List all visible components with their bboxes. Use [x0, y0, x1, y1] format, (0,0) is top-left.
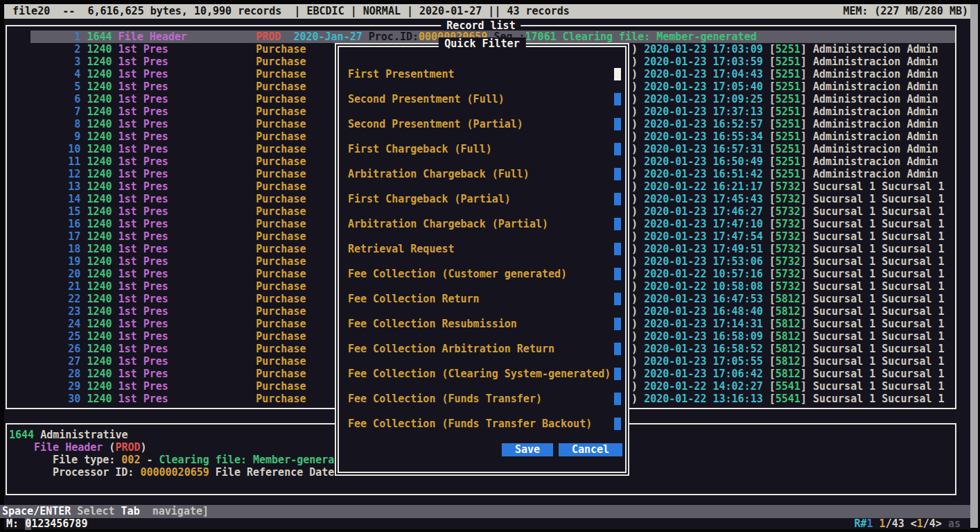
dialog-inner-border [338, 46, 627, 473]
filter-option[interactable]: Fee Collection Return [348, 293, 622, 305]
row-number: 15 [6, 205, 80, 218]
row-paren: ) [631, 355, 638, 368]
row-mti: 1644 [87, 31, 112, 43]
row-merchant-name: Sucursal 1 Sucursal 1 [813, 255, 945, 268]
filter-option-label: Arbitration Chargeback (Full) [348, 168, 530, 180]
mcc-bracket-close: ] [800, 355, 807, 368]
marker-cursor[interactable]: 0 [25, 517, 31, 530]
mcc-bracket-close: ] [800, 318, 807, 330]
mode-indicator: as [948, 517, 961, 530]
filter-option[interactable]: Fee Collection (Funds Transfer Backout) [348, 418, 622, 430]
filter-toggle-indicator[interactable] [614, 93, 621, 105]
filter-toggle-indicator[interactable] [614, 293, 621, 305]
filter-option[interactable]: Fee Collection (Customer generated) [348, 268, 622, 280]
filter-toggle-indicator[interactable] [614, 68, 621, 80]
mcc-bracket-close: ] [800, 293, 807, 305]
row-function: Purchase [256, 205, 306, 218]
filter-option[interactable]: Arbitration Chargeback (Partial) [348, 218, 622, 230]
row-datetime: 2020-01-23 16:51:42 [644, 168, 763, 180]
mcc-bracket-open: [ [769, 143, 776, 155]
save-button[interactable]: Save [502, 443, 553, 456]
row-merchant-name: Sucursal 1 Sucursal 1 [813, 230, 945, 243]
filter-toggle-indicator[interactable] [614, 318, 621, 330]
filter-option[interactable]: Fee Collection Arbitration Return [348, 343, 622, 355]
row-type: File Header [119, 31, 187, 43]
row-merchant-name: Sucursal 1 Sucursal 1 [813, 218, 945, 230]
row-stage: 1st Pres [119, 180, 168, 193]
row-paren: ) [631, 318, 638, 330]
processor-value: 00000020659 [140, 466, 209, 479]
filter-toggle-indicator[interactable] [614, 368, 621, 380]
filter-option-label: Fee Collection (Funds Transfer) [348, 393, 542, 405]
mcc-bracket-open: [ [769, 68, 776, 80]
row-datetime: 2020-01-23 16:47:53 [644, 293, 763, 305]
row-paren: ) [631, 230, 638, 243]
filter-toggle-indicator[interactable] [614, 143, 621, 155]
row-number: 26 [6, 343, 80, 355]
mcc-bracket-close: ] [800, 393, 807, 405]
filter-option[interactable]: First Presentment [348, 68, 622, 80]
mcc-bracket-close: ] [800, 193, 807, 205]
row-number: 13 [6, 180, 80, 193]
filter-toggle-indicator[interactable] [614, 168, 621, 180]
row-mti: 1240 [87, 293, 112, 305]
row-datetime: 2020-01-23 16:48:40 [644, 305, 763, 318]
file-info: file20 -- 6,616,625 bytes, 10,990 record… [6, 5, 570, 19]
mcc-bracket-open: [ [769, 243, 776, 255]
row-function: Purchase [256, 168, 306, 180]
filter-toggle-indicator[interactable] [614, 118, 621, 130]
filter-toggle-indicator[interactable] [614, 243, 621, 255]
row-merchant-name: Administracion Admin [813, 105, 938, 118]
row-merchant-name: Sucursal 1 Sucursal 1 [813, 380, 945, 393]
row-function: Purchase [256, 180, 306, 193]
row-datetime: 2020-01-23 16:58:09 [644, 330, 763, 343]
filter-option[interactable]: First Chargeback (Full) [348, 143, 622, 155]
row-stage: 1st Pres [119, 205, 168, 218]
filter-toggle-indicator[interactable] [614, 343, 621, 355]
mcc-bracket-open: [ [769, 368, 776, 380]
filter-option[interactable]: Fee Collection (Funds Transfer) [348, 393, 622, 405]
row-mti: 1240 [87, 168, 112, 180]
filter-option[interactable]: First Chargeback (Partial) [348, 193, 622, 205]
mcc-bracket-open: [ [769, 93, 776, 105]
row-paren: ) [631, 255, 638, 268]
mcc-bracket-open: [ [769, 268, 776, 280]
row-mcc: 5251 [776, 130, 800, 143]
filter-option[interactable]: Retrieval Request [348, 243, 622, 255]
row-mcc: 5251 [776, 93, 800, 105]
filter-toggle-indicator[interactable] [614, 193, 621, 205]
row-datetime: 2020-01-23 17:09:25 [644, 93, 763, 105]
filter-option[interactable]: Fee Collection Resubmission [348, 318, 622, 330]
row-merchant-name: Sucursal 1 Sucursal 1 [813, 318, 945, 330]
mcc-bracket-open: [ [769, 55, 776, 68]
mcc-bracket-close: ] [800, 380, 807, 393]
row-stage: 1st Pres [119, 268, 168, 280]
row-number: 11 [6, 155, 80, 168]
filter-toggle-indicator[interactable] [614, 268, 621, 280]
row-function: Purchase [256, 93, 306, 105]
row-merchant-name: Administracion Admin [813, 155, 938, 168]
cancel-button[interactable]: Cancel [559, 443, 622, 456]
filter-toggle-indicator[interactable] [614, 218, 621, 230]
filter-option[interactable]: Fee Collection (Clearing System-generate… [348, 368, 622, 380]
filter-toggle-indicator[interactable] [614, 418, 621, 430]
row-mti: 1240 [87, 205, 112, 218]
mcc-bracket-close: ] [800, 305, 807, 318]
row-number: 9 [6, 130, 80, 143]
row-number: 12 [6, 168, 80, 180]
row-number: 28 [6, 368, 80, 380]
scrollbar[interactable] [970, 4, 978, 528]
row-paren: ) [631, 218, 638, 230]
filter-option[interactable]: Second Presentment (Full) [348, 93, 622, 105]
marker-digits[interactable]: 123456789 [31, 517, 87, 530]
row-mcc: 5732 [776, 230, 800, 243]
mcc-bracket-close: ] [800, 280, 807, 293]
row-stage: 1st Pres [119, 130, 168, 143]
row-mcc: 5251 [776, 55, 800, 68]
row-paren: ) [631, 393, 638, 405]
row-paren: ) [631, 168, 638, 180]
filter-toggle-indicator[interactable] [614, 393, 621, 405]
filter-option[interactable]: Arbitration Chargeback (Full) [348, 168, 622, 180]
row-stage: 1st Pres [119, 143, 168, 155]
filter-option[interactable]: Second Presentment (Partial) [348, 118, 622, 130]
